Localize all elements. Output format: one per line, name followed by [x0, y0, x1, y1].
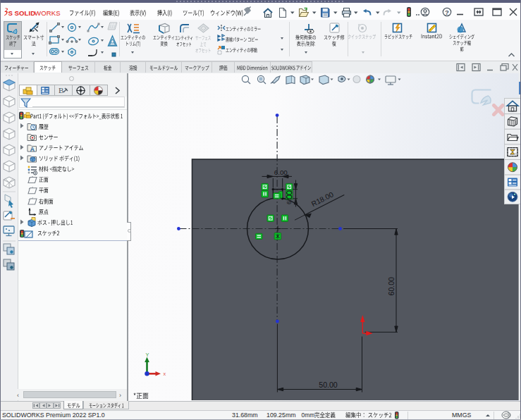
svg-text:SOLID: SOLID: [15, 9, 36, 17]
svg-text:x: x: [163, 371, 166, 377]
svg-text:S: S: [8, 9, 13, 17]
svg-text:WORKS: WORKS: [35, 9, 61, 17]
svg-text:A: A: [30, 146, 35, 153]
svg-text:Y: Y: [145, 352, 149, 358]
svg-text:?: ?: [445, 8, 449, 16]
svg-text:60.00: 60.00: [386, 277, 395, 296]
svg-text:B: B: [59, 86, 63, 94]
svg-text:50.00: 50.00: [319, 381, 338, 389]
svg-text:6.00: 6.00: [274, 168, 288, 176]
